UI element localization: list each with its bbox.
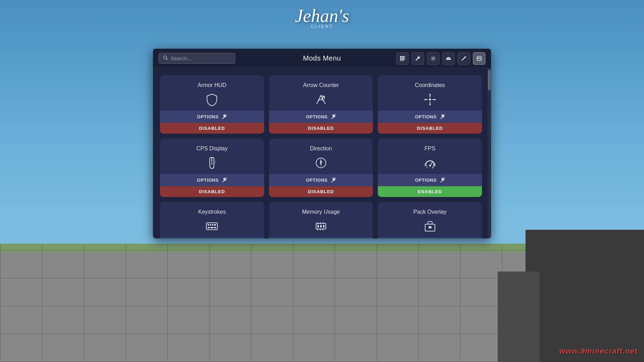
mod-card-pack-overlay[interactable]: Pack Overlay OPTIONS DISABLED [378, 202, 482, 238]
edit-button[interactable] [458, 52, 470, 65]
svg-line-1 [167, 59, 168, 60]
mod-card-icon-memory [314, 219, 328, 233]
mod-card-cps-display[interactable]: CPS Display OPTIONS DISABLED [160, 139, 264, 197]
modal-header: Mods Menu [153, 49, 491, 68]
mod-card-icon-arrow [314, 93, 328, 107]
content-area[interactable]: Armor HUD OPTIONS DISABLEDArrow Counter … [153, 68, 488, 238]
settings-button[interactable] [427, 52, 439, 65]
mod-card-icon-gauge [423, 156, 437, 170]
mod-card-icon-coordinates [423, 93, 437, 107]
wrench-icon-5 [439, 177, 445, 183]
modal-body: Armor HUD OPTIONS DISABLEDArrow Counter … [153, 68, 491, 238]
svg-point-10 [432, 57, 434, 59]
mod-card-name-1: Arrow Counter [303, 82, 339, 88]
mod-card-status-2[interactable]: DISABLED [378, 123, 482, 134]
svg-rect-31 [210, 224, 211, 226]
mod-card-icon-pack [423, 219, 437, 233]
svg-point-14 [429, 99, 431, 101]
svg-point-22 [434, 99, 436, 100]
scrollbar-thumb[interactable] [488, 70, 491, 90]
search-input[interactable] [171, 55, 231, 61]
mod-card-options-2[interactable]: OPTIONS [378, 111, 482, 123]
mod-card-icon-keyboard [205, 219, 219, 233]
svg-rect-35 [210, 227, 213, 228]
logo-container: Jehan's Client [295, 7, 349, 29]
options-label-2: OPTIONS [415, 114, 437, 119]
mod-card-name-7: Memory Usage [302, 209, 340, 215]
mod-card-top-1: Arrow Counter [269, 75, 373, 111]
wrench-icon-1 [330, 113, 336, 120]
mod-card-arrow-counter[interactable]: Arrow Counter OPTIONS DISABLED [269, 75, 373, 134]
mod-card-icon-shield [205, 93, 219, 107]
mod-card-status-0[interactable]: DISABLED [160, 123, 264, 134]
mod-card-name-2: Coordinates [415, 82, 445, 88]
header-icons [396, 52, 485, 65]
svg-rect-40 [323, 225, 324, 228]
mod-card-keystrokes[interactable]: Keystrokes OPTIONS DISABLED [160, 202, 264, 238]
mod-card-memory-usage[interactable]: Memory Usage OPTIONS DISABLED [269, 202, 373, 238]
mod-card-top-4: Direction [269, 139, 373, 174]
mod-card-options-6[interactable]: OPTIONS [160, 237, 264, 238]
svg-point-21 [424, 99, 426, 100]
svg-rect-30 [208, 224, 209, 226]
mod-card-fps[interactable]: FPS OPTIONS ENABLED [378, 139, 482, 197]
dark-block-right2 [498, 272, 539, 362]
mod-card-top-7: Memory Usage [269, 202, 373, 237]
options-label-3: OPTIONS [197, 178, 219, 183]
mod-card-status-1[interactable]: DISABLED [269, 123, 373, 134]
svg-rect-48 [429, 226, 431, 228]
mod-card-name-8: Pack Overlay [413, 209, 446, 215]
mod-card-options-1[interactable]: OPTIONS [269, 111, 373, 123]
mod-card-name-5: FPS [424, 145, 435, 152]
mod-card-options-0[interactable]: OPTIONS [160, 111, 264, 123]
svg-rect-38 [317, 225, 319, 228]
search-box[interactable] [159, 53, 235, 64]
wrench-icon-3 [221, 177, 227, 183]
svg-rect-32 [212, 224, 213, 226]
svg-rect-39 [320, 225, 322, 228]
mod-card-status-5[interactable]: ENABLED [378, 186, 482, 197]
modal-title: Mods Menu [303, 54, 341, 62]
image-button[interactable] [473, 52, 485, 65]
mod-card-coordinates[interactable]: Coordinates OPTIONS DISABLED [378, 75, 482, 134]
mod-card-name-0: Armor HUD [198, 82, 227, 88]
mod-card-options-8[interactable]: OPTIONS [378, 237, 482, 238]
svg-rect-34 [208, 227, 210, 228]
mods-grid: Armor HUD OPTIONS DISABLEDArrow Counter … [160, 75, 482, 238]
svg-rect-5 [400, 58, 402, 60]
svg-rect-29 [206, 223, 217, 230]
svg-point-20 [429, 104, 431, 105]
mod-card-armor-hud[interactable]: Armor HUD OPTIONS DISABLED [160, 75, 264, 134]
wrench-icon-0 [221, 113, 227, 120]
svg-rect-6 [402, 58, 404, 60]
mod-card-name-4: Direction [310, 145, 332, 152]
search-icon [163, 55, 168, 61]
svg-rect-3 [402, 56, 404, 58]
mod-card-status-4[interactable]: DISABLED [269, 186, 373, 197]
mod-card-options-3[interactable]: OPTIONS [160, 174, 264, 186]
mod-card-top-3: CPS Display [160, 139, 264, 174]
svg-rect-9 [402, 60, 404, 61]
svg-point-19 [429, 94, 431, 95]
mod-card-options-7[interactable]: OPTIONS [269, 237, 373, 238]
svg-rect-8 [400, 60, 402, 61]
svg-rect-11 [446, 59, 451, 60]
svg-point-24 [211, 163, 213, 164]
mod-card-name-3: CPS Display [196, 145, 228, 152]
cosmetics-button[interactable] [442, 52, 455, 65]
options-label-1: OPTIONS [306, 114, 328, 119]
mod-card-top-0: Armor HUD [160, 75, 264, 111]
mod-card-status-3[interactable]: DISABLED [160, 186, 264, 197]
options-label-4: OPTIONS [306, 178, 328, 183]
grid-view-button[interactable] [396, 52, 409, 65]
mod-card-options-4[interactable]: OPTIONS [269, 174, 373, 186]
svg-rect-2 [400, 56, 402, 58]
svg-rect-4 [404, 56, 405, 58]
tools-button[interactable] [412, 52, 424, 65]
mod-card-options-5[interactable]: OPTIONS [378, 174, 482, 186]
options-label-0: OPTIONS [197, 114, 219, 119]
scrollbar-track[interactable] [488, 68, 491, 238]
watermark: www.9minecraft.net [559, 347, 638, 356]
mod-card-top-6: Keystrokes [160, 202, 264, 237]
mod-card-direction[interactable]: Direction OPTIONS DISABLED [269, 139, 373, 197]
